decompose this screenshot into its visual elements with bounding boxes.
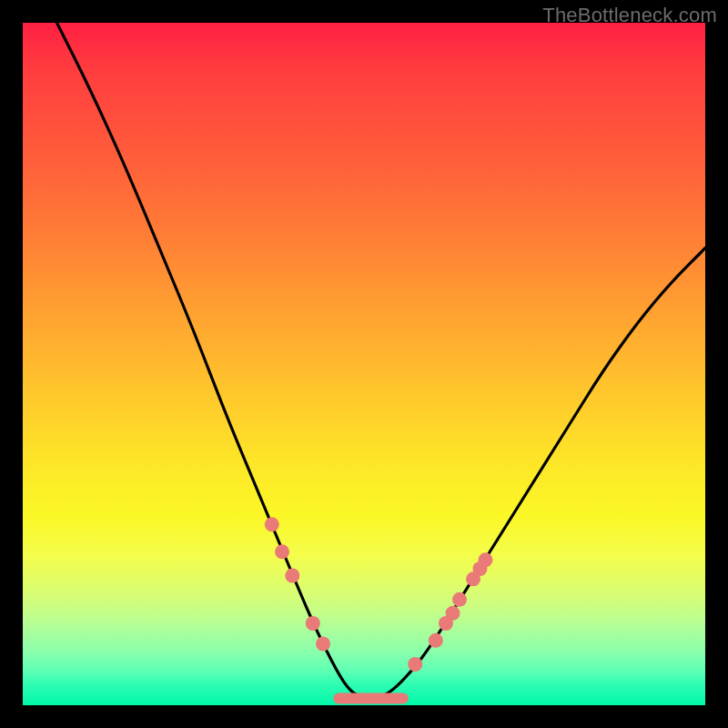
- bottleneck-curve: [57, 23, 706, 699]
- valley-bar: [333, 693, 409, 704]
- curve-group: [57, 23, 706, 699]
- left-dot-4: [306, 616, 320, 631]
- left-dot-5: [316, 637, 330, 652]
- left-dot-2: [275, 544, 289, 559]
- markers-group: [265, 517, 493, 672]
- right-dot-4: [446, 606, 460, 621]
- right-dot-8: [479, 552, 493, 567]
- right-dot-1: [408, 657, 422, 672]
- chart-svg: [23, 23, 705, 705]
- right-dot-5: [452, 592, 467, 607]
- valley-bar: [333, 693, 409, 704]
- plot-area: [23, 23, 705, 705]
- watermark-text: TheBottleneck.com: [542, 4, 717, 27]
- right-dot-2: [429, 633, 443, 648]
- left-dot-3: [285, 569, 299, 583]
- chart-frame: TheBottleneck.com: [0, 0, 728, 728]
- left-dot-1: [265, 517, 279, 531]
